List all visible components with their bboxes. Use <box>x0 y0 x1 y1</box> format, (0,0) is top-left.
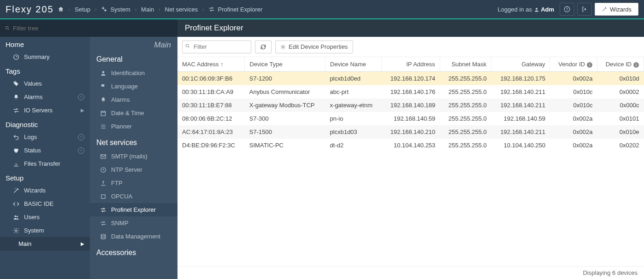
col-device-id[interactable]: Device IDi <box>597 57 644 72</box>
col-label: Device ID <box>606 61 632 68</box>
subsidebar-item-label: Data Management <box>111 233 160 240</box>
crumb-setup[interactable]: Setup <box>75 6 90 13</box>
tags-icon <box>13 81 19 87</box>
col-gateway[interactable]: Gateway <box>491 57 550 72</box>
sidebar-subitem-main[interactable]: Main▶ <box>0 237 90 250</box>
sidebar-item-io-servers[interactable]: IO Servers▶ <box>0 104 90 117</box>
col-device-name[interactable]: Device Name <box>325 57 382 72</box>
col-vendor-id[interactable]: Vendor IDi <box>550 57 597 72</box>
cell: 0x010c <box>550 99 597 112</box>
subsidebar-item-label: Planner <box>111 123 132 130</box>
table-row[interactable]: 00:30:11:1B:E7:88X-gateway Modbus-TCPx-g… <box>177 99 644 112</box>
content-title: Profinet Explorer <box>177 19 644 37</box>
cell: 192.168.140.176 <box>381 85 440 99</box>
table-row[interactable]: D4:BE:D9:96:F2:3CSIMATIC-PCdt-d210.104.1… <box>177 139 644 152</box>
cell: 10.104.140.250 <box>491 139 550 152</box>
calendar-icon <box>100 110 106 116</box>
help-button[interactable]: ? <box>560 3 574 16</box>
sidebar-item-basic-ide[interactable]: BASIC IDE <box>0 197 90 210</box>
status-bar: Displaying 6 devices <box>177 266 644 279</box>
sidebar-item-system[interactable]: System <box>0 224 90 237</box>
svg-point-7 <box>14 82 15 83</box>
svg-point-2 <box>536 8 538 10</box>
col-device-type[interactable]: Device Type <box>245 57 325 72</box>
code-icon <box>13 201 19 207</box>
subsidebar-item-opcua[interactable]: OPCUA <box>90 190 177 203</box>
clock-icon <box>100 167 106 173</box>
sidebar-item-wizards[interactable]: Wizards <box>0 184 90 197</box>
chevron-right-icon: › <box>135 7 136 12</box>
table-row[interactable]: 00:1C:06:09:3F:B6S7-1200plcxb1d0ed192.16… <box>177 72 644 86</box>
sidebar-item-status[interactable]: Status+ <box>0 144 90 157</box>
svg-point-9 <box>17 215 18 217</box>
crumb-netservices[interactable]: Net services <box>165 6 198 13</box>
expand-badge[interactable]: + <box>78 94 84 100</box>
sidebar-item-alarms[interactable]: Alarms+ <box>0 90 90 104</box>
secondary-sidebar: MainGeneralIdentificationLanguageAlarmsD… <box>90 37 177 279</box>
sidebar-item-users[interactable]: Users <box>0 210 90 224</box>
device-grid: MAC Address ↑Device TypeDevice NameIP Ad… <box>177 57 644 266</box>
sidebar-item-values[interactable]: Values <box>0 77 90 90</box>
device-filter-input[interactable] <box>182 41 251 53</box>
info-icon[interactable]: i <box>587 62 592 68</box>
sidebar-section-home: Home <box>0 37 90 50</box>
cell: 0x002a <box>550 72 597 86</box>
crumb-main[interactable]: Main <box>141 6 154 13</box>
subsidebar-item-alarms[interactable]: Alarms <box>90 93 177 106</box>
sidebar-section-diagnostic: Diagnostic <box>0 117 90 130</box>
wizards-button[interactable]: Wizards <box>595 3 638 16</box>
logout-button[interactable] <box>577 3 592 16</box>
subsidebar-item-planner[interactable]: Planner <box>90 120 177 133</box>
heart-icon <box>13 147 19 154</box>
table-row[interactable]: 08:00:06:6B:2C:12S7-300pn-io192.168.140.… <box>177 112 644 125</box>
svg-point-11 <box>102 71 105 73</box>
subsidebar-item-profinet-explorer[interactable]: Profinet Explorer <box>90 203 177 216</box>
subsidebar-item-date-time[interactable]: Date & Time <box>90 106 177 120</box>
sidebar-item-logs[interactable]: Logs+ <box>0 130 90 144</box>
subsidebar-item-snmp[interactable]: SNMP <box>90 216 177 230</box>
col-subnet-mask[interactable]: Subnet Mask <box>440 57 491 72</box>
breadcrumb: › Setup › System › Main › Net services ›… <box>58 6 498 13</box>
subsidebar-item-data-management[interactable]: Data Management <box>90 230 177 243</box>
cell: D4:BE:D9:96:F2:3C <box>177 139 245 152</box>
subsidebar-item-ftp[interactable]: FTP <box>90 176 177 190</box>
crumb-profinet[interactable]: Profinet Explorer <box>208 6 262 13</box>
chevron-right-icon: › <box>159 7 160 12</box>
table-row[interactable]: AC:64:17:01:8A:23S7-1500plcxb1d03192.168… <box>177 125 644 139</box>
subsidebar-item-identification[interactable]: Identification <box>90 66 177 80</box>
col-mac-address[interactable]: MAC Address ↑ <box>177 57 245 72</box>
db-icon <box>100 233 106 240</box>
expand-badge[interactable]: + <box>78 147 84 154</box>
content-toolbar: Edit Device Properties <box>177 37 644 57</box>
cell: 0x002a <box>550 112 597 125</box>
svg-point-0 <box>102 7 104 9</box>
svg-rect-15 <box>101 194 105 198</box>
sidebar-item-label: Wizards <box>24 187 46 194</box>
expand-badge[interactable]: + <box>78 134 84 140</box>
crumb-system[interactable]: System <box>101 6 130 13</box>
subsidebar-item-ntp-server[interactable]: NTP Server <box>90 163 177 176</box>
info-icon[interactable]: i <box>633 62 639 68</box>
home-icon[interactable] <box>58 6 64 12</box>
table-row[interactable]: 00:30:11:1B:CA:A9Anybus Communicatorabc-… <box>177 85 644 99</box>
svg-rect-12 <box>101 111 105 115</box>
subsidebar-item-label: OPCUA <box>111 193 132 200</box>
filter-tree-input[interactable] <box>13 25 174 32</box>
subsidebar-item-language[interactable]: Language <box>90 80 177 93</box>
sidebar-item-summary[interactable]: Summary <box>0 50 90 64</box>
col-ip-address[interactable]: IP Address <box>381 57 440 72</box>
edit-device-button[interactable]: Edit Device Properties <box>275 41 353 53</box>
sidebar-item-label: Main <box>18 240 31 247</box>
cell: 0x010c <box>550 85 597 99</box>
sidebar-item-label: BASIC IDE <box>24 200 53 207</box>
sidebar-item-files-transfer[interactable]: Files Transfer <box>0 157 90 170</box>
cell: S7-1500 <box>245 125 325 139</box>
col-label: Device Name <box>330 61 366 68</box>
cell: X-gateway Modbus-TCP <box>245 99 325 112</box>
subsidebar-item-smtp-mails-[interactable]: SMTP (mails) <box>90 150 177 163</box>
refresh-button[interactable] <box>255 41 272 53</box>
cell: 0x0002 <box>597 85 644 99</box>
cell: 10.104.140.253 <box>381 139 440 152</box>
subsidebar-item-label: Date & Time <box>111 110 144 116</box>
cell: 192.168.140.211 <box>491 125 550 139</box>
